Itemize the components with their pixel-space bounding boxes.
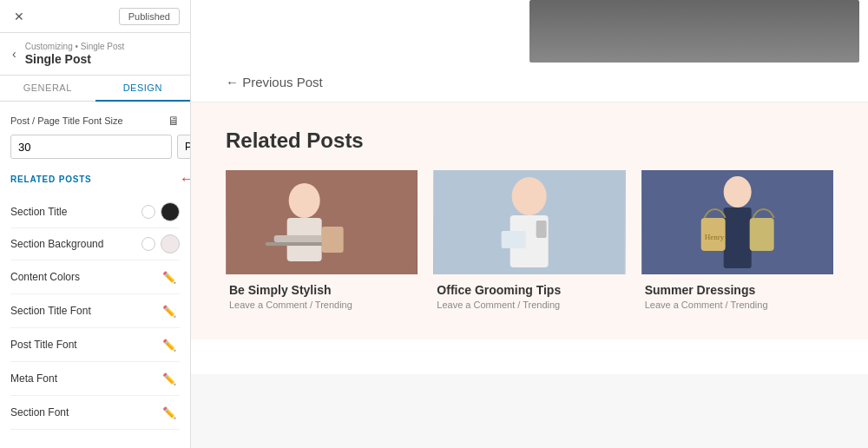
setting-controls-post-title-font: ✏️ <box>159 334 180 355</box>
setting-controls-section-title <box>141 202 180 221</box>
posts-grid: Be Simply Stylish Leave a Comment / Tren… <box>226 170 833 313</box>
color-swatch-section-bg[interactable] <box>161 234 180 254</box>
setting-label-section-title-font: Section Title Font <box>10 305 91 317</box>
post-thumb-1 <box>226 170 418 274</box>
svg-rect-19 <box>749 218 773 251</box>
edit-post-title-font-button[interactable]: ✏️ <box>159 334 180 355</box>
toggle-section-bg[interactable] <box>141 237 155 251</box>
edit-content-colors-button[interactable]: ✏️ <box>159 267 180 287</box>
font-size-label-text: Post / Page Title Font Size <box>10 115 123 126</box>
tabs-bar: GENERAL DESIGN <box>0 76 190 102</box>
font-size-row: PX EM REM <box>10 135 180 159</box>
setting-row-meta-font: Meta Font ✏️ <box>10 362 180 396</box>
setting-label-section-font: Section Font <box>10 406 69 418</box>
preview-area: ← Previous Post Related Posts <box>191 0 868 448</box>
post-meta-3: Leave a Comment / Trending <box>645 300 830 310</box>
monitor-icon: 🖥 <box>168 114 180 128</box>
edit-section-font-button[interactable]: ✏️ <box>159 402 180 423</box>
edit-meta-font-button[interactable]: ✏️ <box>159 368 180 389</box>
post-title-1: Be Simply Stylish <box>229 283 414 297</box>
prev-post-bar: ← Previous Post <box>191 63 868 102</box>
related-posts-title: Related Posts <box>226 128 833 153</box>
back-button[interactable]: ‹ <box>12 47 16 61</box>
post-card-1[interactable]: Be Simply Stylish Leave a Comment / Tren… <box>226 170 418 313</box>
svg-point-2 <box>289 183 320 218</box>
post-title-2: Office Grooming Tips <box>437 283 621 297</box>
related-posts-heading: RELATED POSTS ← <box>10 175 180 184</box>
breadcrumb-title: Single Post <box>25 52 125 66</box>
svg-rect-6 <box>322 227 344 253</box>
top-bar: ✕ Published <box>0 0 190 33</box>
customizer-panel: ✕ Published ‹ Customizing • Single Post … <box>0 0 191 448</box>
preview-content: ← Previous Post Related Posts <box>191 0 868 374</box>
post-info-1: Be Simply Stylish Leave a Comment / Tren… <box>226 274 418 313</box>
published-button[interactable]: Published <box>119 8 180 25</box>
setting-row-section-font: Section Font ✏️ <box>10 396 180 430</box>
setting-controls-content-colors: ✏️ <box>159 267 180 287</box>
setting-controls-meta-font: ✏️ <box>159 368 180 389</box>
svg-rect-4 <box>274 235 326 242</box>
preview-footer <box>191 339 868 374</box>
font-size-input[interactable] <box>10 135 172 159</box>
setting-label-meta-font: Meta Font <box>10 372 57 385</box>
font-size-label: Post / Page Title Font Size 🖥 <box>10 114 180 128</box>
unit-select[interactable]: PX EM REM <box>177 135 190 159</box>
svg-text:Henry: Henry <box>704 233 724 241</box>
setting-controls-section-bg <box>141 234 180 254</box>
setting-controls-section-font: ✏️ <box>159 402 180 423</box>
toggle-section-title[interactable] <box>141 205 155 219</box>
arrow-indicator: ← <box>179 170 190 188</box>
post-card-3[interactable]: Henry Summer Dressings Leave a Comment /… <box>641 170 833 313</box>
post-card-2[interactable]: Office Grooming Tips Leave a Comment / T… <box>433 170 625 313</box>
svg-rect-12 <box>502 231 526 248</box>
svg-rect-11 <box>536 221 547 238</box>
setting-label-content-colors: Content Colors <box>10 271 80 283</box>
setting-row-content-colors: Content Colors ✏️ <box>10 260 180 294</box>
setting-row-section-title: Section Title <box>10 196 180 228</box>
setting-label-section-bg: Section Background <box>10 238 103 250</box>
close-button[interactable]: ✕ <box>10 8 28 25</box>
related-posts-section: Related Posts <box>191 102 868 339</box>
edit-section-title-font-button[interactable]: ✏️ <box>159 300 180 321</box>
svg-point-15 <box>723 176 751 208</box>
tab-design[interactable]: DESIGN <box>95 76 191 102</box>
setting-label-section-title: Section Title <box>10 206 67 218</box>
breadcrumb-area: ‹ Customizing • Single Post Single Post <box>0 33 190 76</box>
color-swatch-section-title[interactable] <box>161 202 180 221</box>
post-thumb-2 <box>433 170 625 274</box>
prev-post-link[interactable]: ← Previous Post <box>226 75 323 89</box>
panel-content: Post / Page Title Font Size 🖥 PX EM REM … <box>0 102 190 448</box>
tab-general[interactable]: GENERAL <box>0 76 95 101</box>
svg-rect-16 <box>723 208 751 268</box>
post-meta-1: Leave a Comment / Trending <box>229 300 414 310</box>
post-meta-2: Leave a Comment / Trending <box>437 300 621 310</box>
svg-rect-5 <box>266 242 326 246</box>
breadcrumb-subtext: Customizing • Single Post <box>25 42 125 51</box>
setting-row-section-title-font: Section Title Font ✏️ <box>10 294 180 328</box>
setting-controls-section-title-font: ✏️ <box>159 300 180 321</box>
setting-row-section-bg: Section Background <box>10 228 180 260</box>
post-title-3: Summer Dressings <box>645 283 830 297</box>
setting-label-post-title-font: Post Title Font <box>10 339 77 351</box>
post-info-2: Office Grooming Tips Leave a Comment / T… <box>433 274 625 313</box>
setting-row-post-title-font: Post Title Font ✏️ <box>10 328 180 362</box>
related-posts-heading-text: RELATED POSTS <box>10 175 92 184</box>
svg-point-9 <box>512 177 547 215</box>
post-thumb-3: Henry <box>641 170 833 274</box>
post-info-3: Summer Dressings Leave a Comment / Trend… <box>641 274 833 313</box>
